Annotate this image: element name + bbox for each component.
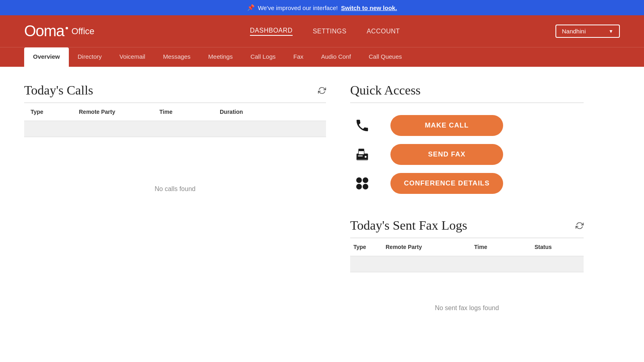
- calls-empty-row: [24, 121, 326, 137]
- tab-messages[interactable]: Messages: [154, 47, 199, 67]
- header-nav: DASHBOARD SETTINGS ACCOUNT: [250, 27, 400, 36]
- conference-details-button[interactable]: CONFERENCE DETAILS: [390, 173, 503, 194]
- todays-calls-title: Today's Calls: [24, 83, 93, 98]
- header: Ooma Office DASHBOARD SETTINGS ACCOUNT N…: [0, 15, 644, 47]
- chevron-down-icon: ▼: [609, 29, 613, 34]
- fax-logs-title: Today's Sent Fax Logs: [350, 218, 467, 233]
- user-name: Nandhini: [562, 28, 586, 35]
- logo-office: Office: [71, 26, 94, 37]
- logo-dot: [66, 27, 68, 29]
- announcement-icon: 📌: [247, 4, 255, 11]
- svg-rect-4: [358, 155, 363, 156]
- col-duration: Duration: [220, 109, 280, 115]
- svg-point-3: [365, 156, 367, 158]
- tab-voicemail[interactable]: Voicemail: [111, 47, 154, 67]
- announcement-link[interactable]: Switch to new look.: [341, 4, 397, 11]
- tab-meetings[interactable]: Meetings: [199, 47, 242, 67]
- phone-icon: [350, 118, 374, 133]
- tab-fax[interactable]: Fax: [285, 47, 312, 67]
- right-panel: Quick Access MAKE CALL: [350, 83, 584, 320]
- conference-icon: [350, 175, 374, 191]
- svg-rect-2: [359, 149, 364, 151]
- fax-col-type: Type: [353, 244, 386, 250]
- tab-call-logs[interactable]: Call Logs: [242, 47, 285, 67]
- calls-no-data: No calls found: [24, 137, 326, 209]
- fax-empty-row: [350, 256, 584, 272]
- svg-point-9: [363, 184, 368, 189]
- col-time: Time: [159, 109, 220, 115]
- announcement-bar: 📌 We've improved our interface! Switch t…: [0, 0, 644, 15]
- send-fax-button[interactable]: SEND FAX: [390, 144, 503, 165]
- svg-rect-1: [359, 151, 364, 155]
- make-call-button[interactable]: MAKE CALL: [390, 115, 503, 136]
- refresh-fax-icon[interactable]: [576, 222, 584, 230]
- make-call-row: MAKE CALL: [350, 115, 584, 136]
- col-type: Type: [31, 109, 79, 115]
- fax-logs-header: Today's Sent Fax Logs: [350, 218, 584, 233]
- fax-col-status: Status: [535, 244, 583, 250]
- quick-access-section: Quick Access MAKE CALL: [350, 83, 584, 206]
- tab-bar: Overview Directory Voicemail Messages Me…: [0, 47, 644, 67]
- tab-audio-conf[interactable]: Audio Conf: [312, 47, 360, 67]
- tab-overview[interactable]: Overview: [24, 47, 69, 67]
- tab-call-queues[interactable]: Call Queues: [360, 47, 411, 67]
- fax-col-remote-party: Remote Party: [386, 244, 474, 250]
- refresh-calls-icon[interactable]: [318, 86, 326, 95]
- svg-point-7: [363, 177, 368, 183]
- svg-point-8: [356, 184, 362, 189]
- quick-access-title: Quick Access: [350, 83, 584, 98]
- todays-calls-panel: Today's Calls Type Remote Party Time Dur…: [24, 83, 326, 320]
- todays-calls-header: Today's Calls: [24, 83, 326, 98]
- logo-ooma: Ooma: [24, 23, 64, 40]
- fax-logs-section: Today's Sent Fax Logs Type Remote Party …: [350, 218, 584, 320]
- quick-access-actions: MAKE CALL: [350, 103, 584, 206]
- send-fax-row: SEND FAX: [350, 144, 584, 165]
- svg-rect-5: [357, 159, 368, 160]
- announcement-text: We've improved our interface!: [258, 4, 338, 11]
- svg-point-6: [356, 177, 362, 183]
- user-dropdown[interactable]: Nandhini ▼: [555, 25, 620, 38]
- tab-directory[interactable]: Directory: [69, 47, 111, 67]
- calls-table-header: Type Remote Party Time Duration: [24, 103, 326, 121]
- fax-no-data: No sent fax logs found: [350, 272, 584, 320]
- logo: Ooma Office: [24, 23, 95, 40]
- nav-dashboard[interactable]: DASHBOARD: [250, 27, 293, 36]
- fax-icon: [350, 147, 374, 162]
- nav-account[interactable]: ACCOUNT: [367, 28, 400, 35]
- col-remote-party: Remote Party: [79, 109, 159, 115]
- conference-details-row: CONFERENCE DETAILS: [350, 173, 584, 194]
- fax-table-header: Type Remote Party Time Status: [350, 238, 584, 256]
- main-content: Today's Calls Type Remote Party Time Dur…: [0, 67, 644, 336]
- fax-col-time: Time: [474, 244, 535, 250]
- nav-settings[interactable]: SETTINGS: [313, 28, 347, 35]
